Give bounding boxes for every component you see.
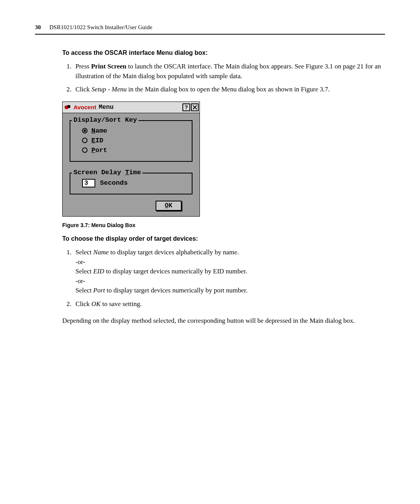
s2-step-2: Click OK to save setting. xyxy=(73,299,385,309)
running-header: 30DSR1021/1022 Switch Installer/User Gui… xyxy=(35,24,385,31)
radio-eid[interactable] xyxy=(82,138,88,143)
header-rule xyxy=(35,34,385,35)
svg-point-1 xyxy=(67,105,70,108)
avocent-logo-icon xyxy=(64,104,71,111)
dialog-title: Menu xyxy=(99,104,182,111)
close-button[interactable] xyxy=(191,103,199,111)
dialog-titlebar: Avocent Menu ? xyxy=(63,102,200,113)
screen-delay-group: Screen Delay Time 3 Seconds xyxy=(70,173,192,194)
close-icon xyxy=(192,105,197,110)
doc-title: DSR1021/1022 Switch Installer/User Guide xyxy=(49,24,152,30)
section1-heading: To access the OSCAR interface Menu dialo… xyxy=(62,49,385,56)
radio-eid-row[interactable]: EID xyxy=(82,137,187,144)
group1-legend: Display/Sort Key xyxy=(72,116,138,124)
section2-steps: Select Name to display target devices al… xyxy=(62,248,385,309)
radio-name-row[interactable]: Name xyxy=(82,127,187,135)
delay-unit-label: Seconds xyxy=(100,179,128,187)
radio-port[interactable] xyxy=(82,147,88,153)
ok-button[interactable]: OK xyxy=(156,201,182,211)
display-sort-group: Display/Sort Key Name EID Port xyxy=(70,120,192,162)
radio-name-label: Name xyxy=(91,127,107,135)
delay-seconds-input[interactable]: 3 xyxy=(82,179,95,187)
menu-dialog: Avocent Menu ? Display/Sort Key Name xyxy=(62,102,200,217)
section2-heading: To choose the display order of target de… xyxy=(62,235,385,242)
help-button[interactable]: ? xyxy=(182,103,190,111)
radio-eid-label: EID xyxy=(91,137,103,144)
group2-legend: Screen Delay Time xyxy=(72,169,142,176)
closing-paragraph: Depending on the display method selected… xyxy=(62,316,385,326)
title-brand: Avocent xyxy=(74,104,96,110)
s2-step-1: Select Name to display target devices al… xyxy=(73,248,385,296)
step-1: Press Print Screen to launch the OSCAR i… xyxy=(73,62,385,81)
radio-port-row[interactable]: Port xyxy=(82,147,187,154)
radio-name[interactable] xyxy=(82,128,88,133)
figure-caption: Figure 3.7: Menu Dialog Box xyxy=(62,222,385,228)
page-number: 30 xyxy=(35,24,41,30)
section1-steps: Press Print Screen to launch the OSCAR i… xyxy=(62,62,385,94)
step-2: Click Setup - Menu in the Main dialog bo… xyxy=(73,85,385,94)
radio-port-label: Port xyxy=(91,147,107,154)
